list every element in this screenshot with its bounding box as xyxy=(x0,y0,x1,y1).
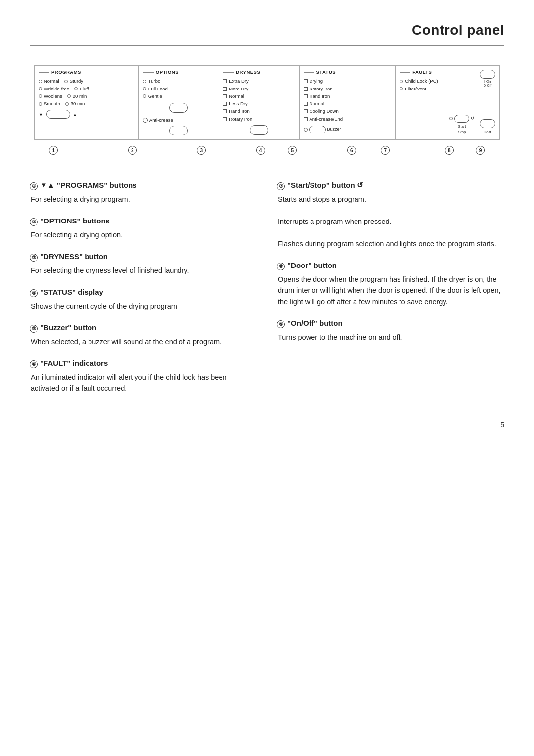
num-9: 9 xyxy=(476,146,485,155)
desc-num-2: ② xyxy=(30,218,38,226)
prog-woolens: Woolens xyxy=(44,93,62,100)
status-rotaryiron: Rotary Iron xyxy=(310,86,333,92)
opt-gentle: Gentle xyxy=(148,93,162,100)
desc-startstop: ⑦ "Start/Stop" button ↺ Starts and stops… xyxy=(277,180,504,249)
desc-heading-4: "STATUS" display xyxy=(40,287,103,298)
prog-smooth: Smooth xyxy=(44,100,60,107)
desc-heading-6: "FAULT" indicators xyxy=(40,358,108,369)
prog-wrinkle: Wrinkle-free xyxy=(44,86,69,92)
prog-sturdy: Sturdy xyxy=(70,78,83,85)
options-label: OPTIONS xyxy=(143,69,215,76)
options-panel: OPTIONS Turbo Full Load Gentle Anti-crea… xyxy=(139,65,219,140)
status-cooling: Cooling Down xyxy=(310,108,339,115)
desc-options: ② "OPTIONS" buttons For selecting a dryi… xyxy=(30,216,257,240)
desc-num-5: ⑤ xyxy=(30,325,38,333)
num-3: 3 xyxy=(197,146,206,155)
page-number: 5 xyxy=(30,420,504,430)
dry-handiron: Hand Iron xyxy=(229,108,250,115)
startstop-label: StartStop xyxy=(458,124,466,135)
status-normal: Normal xyxy=(310,100,325,107)
programs-row-2: Wrinkle-free Fluff xyxy=(39,86,134,93)
page-title: Control panel xyxy=(30,20,504,41)
desc-heading-8: "Door" button xyxy=(287,260,337,271)
prog-normal: Normal xyxy=(44,78,59,85)
programs-label: PROGRAMS xyxy=(39,69,134,76)
programs-row-4: Smooth 30 min xyxy=(39,100,134,108)
control-panel-diagram: PROGRAMS Normal Sturdy Wrinkle-free Fluf… xyxy=(30,60,504,164)
prog-fluff: Fluff xyxy=(80,86,89,92)
prog-30min: 30 min xyxy=(71,100,85,107)
num-8: 8 xyxy=(445,146,454,155)
descriptions-section: ① ▼▲ "PROGRAMS" buttons For selecting a … xyxy=(30,180,504,404)
desc-dryness: ③ "DRYNESS" button For selecting the dry… xyxy=(30,251,257,276)
dryness-label: DRYNESS xyxy=(223,69,295,76)
desc-num-4: ④ xyxy=(30,289,38,297)
desc-heading-1: ▼▲ "PROGRAMS" buttons xyxy=(40,180,137,191)
desc-heading-5: "Buzzer" button xyxy=(40,322,96,334)
dry-moredry: More Dry xyxy=(229,86,248,92)
dry-lessdry: Less Dry xyxy=(229,100,247,107)
status-anticrease: Anti-crease/End xyxy=(310,116,343,123)
desc-text-9: Turns power to the machine on and off. xyxy=(277,332,504,343)
desc-onoff: ⑨ "On/Off" button Turns power to the mac… xyxy=(277,318,504,343)
faults-panel: FAULTS Child Lock (PC) Filter/Vent I On0… xyxy=(396,65,500,140)
title-divider xyxy=(30,45,504,46)
desc-num-8: ⑧ xyxy=(277,263,285,270)
desc-text-8: Opens the door when the program has fini… xyxy=(277,274,504,307)
num-4: 4 xyxy=(256,146,265,155)
desc-heading-3: "DRYNESS" button xyxy=(40,251,108,263)
desc-text-1: For selecting a drying program. xyxy=(30,194,257,205)
programs-arrows: ▼ ▲ xyxy=(39,110,134,119)
opt-anticrease: Anti-crease xyxy=(149,117,173,124)
desc-num-1: ① xyxy=(30,182,38,190)
desc-num-9: ⑨ xyxy=(277,320,285,328)
fault-filtervent: Filter/Vent xyxy=(405,86,426,92)
desc-num-3: ③ xyxy=(30,254,38,262)
num-6: 6 xyxy=(347,146,356,155)
opt-turbo: Turbo xyxy=(148,78,160,85)
fault-childlock: Child Lock (PC) xyxy=(405,78,438,85)
prog-20min: 20 min xyxy=(73,93,87,100)
desc-num-7: ⑦ xyxy=(277,182,285,190)
desc-fault: ⑥ "FAULT" indicators An illuminated indi… xyxy=(30,358,257,394)
desc-text-6: An illuminated indicator will alert you … xyxy=(30,372,257,394)
onoff-label: I On0-Off xyxy=(484,80,492,88)
status-label: STATUS xyxy=(304,69,392,76)
desc-text-2: For selecting a drying option. xyxy=(30,229,257,240)
desc-text-7: Starts and stops a program.Interrupts a … xyxy=(277,194,504,249)
numbered-row: 1 2 3 4 5 6 7 8 9 xyxy=(34,146,500,155)
dry-rotaryiron: Rotary Iron xyxy=(229,116,252,123)
num-1: 1 xyxy=(49,146,58,155)
desc-text-5: When selected, a buzzer will sound at th… xyxy=(30,336,257,347)
desc-text-3: For selecting the dryness level of finis… xyxy=(30,265,257,276)
desc-door: ⑧ "Door" button Opens the door when the … xyxy=(277,260,504,307)
programs-panel: PROGRAMS Normal Sturdy Wrinkle-free Fluf… xyxy=(34,65,139,140)
desc-buzzer: ⑤ "Buzzer" button When selected, a buzze… xyxy=(30,322,257,347)
desc-heading-9: "On/Off" button xyxy=(287,318,343,329)
programs-row-1: Normal Sturdy xyxy=(39,78,134,85)
programs-row-3: Woolens 20 min xyxy=(39,93,134,100)
desc-heading-7: "Start/Stop" button ↺ xyxy=(287,180,363,191)
opt-fullload: Full Load xyxy=(148,86,168,92)
status-panel: STATUS Drying Rotary Iron Hand Iron Norm… xyxy=(300,65,396,140)
dry-normal: Normal xyxy=(229,93,244,100)
desc-status: ④ "STATUS" display Shows the current cyc… xyxy=(30,287,257,311)
buzzer-label: Buzzer xyxy=(327,126,341,133)
num-2: 2 xyxy=(128,146,137,155)
dry-extradry: Extra Dry xyxy=(229,78,249,85)
dryness-panel: DRYNESS Extra Dry More Dry Normal Less D… xyxy=(219,65,299,140)
door-label: Door xyxy=(484,129,491,134)
desc-heading-2: "OPTIONS" buttons xyxy=(40,216,110,227)
desc-programs: ① ▼▲ "PROGRAMS" buttons For selecting a … xyxy=(30,180,257,205)
buzzer-row: Buzzer xyxy=(304,126,392,133)
num-7: 7 xyxy=(381,146,390,155)
desc-num-6: ⑥ xyxy=(30,360,38,368)
status-handiron: Hand Iron xyxy=(310,93,330,100)
status-drying: Drying xyxy=(310,78,323,85)
num-5: 5 xyxy=(288,146,297,155)
desc-text-4: Shows the current cycle of the drying pr… xyxy=(30,301,257,311)
